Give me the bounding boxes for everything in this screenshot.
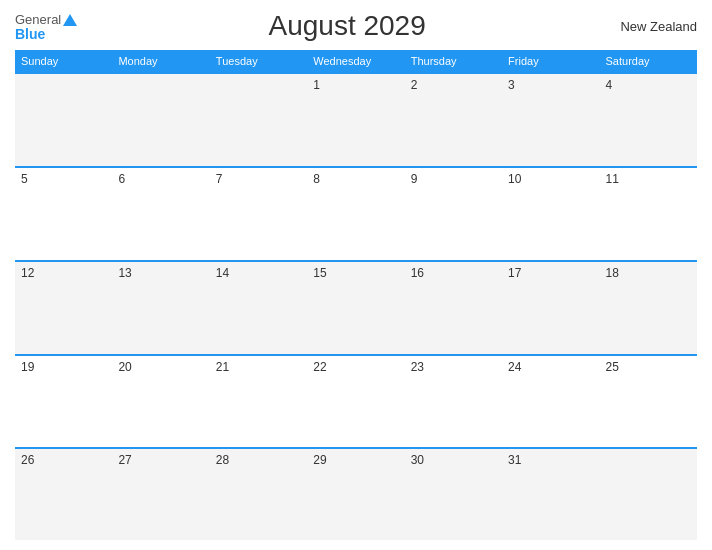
calendar-week-row: 262728293031 xyxy=(15,448,697,540)
day-number: 7 xyxy=(216,172,223,186)
calendar-day-25: 25 xyxy=(600,355,697,449)
calendar-day-29: 29 xyxy=(307,448,404,540)
calendar-day-19: 19 xyxy=(15,355,112,449)
day-number: 14 xyxy=(216,266,229,280)
day-number: 30 xyxy=(411,453,424,467)
day-header-monday: Monday xyxy=(112,50,209,73)
calendar-day-10: 10 xyxy=(502,167,599,261)
day-number: 6 xyxy=(118,172,125,186)
day-number: 23 xyxy=(411,360,424,374)
day-number: 3 xyxy=(508,78,515,92)
calendar-day-7: 7 xyxy=(210,167,307,261)
calendar-week-row: 1234 xyxy=(15,73,697,167)
day-header-sunday: Sunday xyxy=(15,50,112,73)
logo: General Blue xyxy=(15,11,77,41)
day-header-thursday: Thursday xyxy=(405,50,502,73)
calendar-day-15: 15 xyxy=(307,261,404,355)
day-header-friday: Friday xyxy=(502,50,599,73)
calendar-day-9: 9 xyxy=(405,167,502,261)
calendar-empty-cell xyxy=(600,448,697,540)
day-number: 27 xyxy=(118,453,131,467)
calendar-day-16: 16 xyxy=(405,261,502,355)
day-number: 29 xyxy=(313,453,326,467)
day-number: 10 xyxy=(508,172,521,186)
day-header-saturday: Saturday xyxy=(600,50,697,73)
calendar-header: General Blue August 2029 New Zealand xyxy=(15,10,697,42)
calendar-week-row: 567891011 xyxy=(15,167,697,261)
logo-triangle-icon xyxy=(63,14,77,26)
calendar-week-row: 19202122232425 xyxy=(15,355,697,449)
calendar-day-24: 24 xyxy=(502,355,599,449)
day-number: 26 xyxy=(21,453,34,467)
calendar-week-row: 12131415161718 xyxy=(15,261,697,355)
calendar-day-3: 3 xyxy=(502,73,599,167)
calendar-day-4: 4 xyxy=(600,73,697,167)
calendar-day-6: 6 xyxy=(112,167,209,261)
day-number: 9 xyxy=(411,172,418,186)
logo-blue-text: Blue xyxy=(15,27,77,41)
calendar-day-31: 31 xyxy=(502,448,599,540)
day-header-row: SundayMondayTuesdayWednesdayThursdayFrid… xyxy=(15,50,697,73)
calendar-day-11: 11 xyxy=(600,167,697,261)
calendar-day-21: 21 xyxy=(210,355,307,449)
day-number: 16 xyxy=(411,266,424,280)
calendar-title: August 2029 xyxy=(77,10,617,42)
calendar-day-12: 12 xyxy=(15,261,112,355)
logo-general-text: General xyxy=(15,11,77,27)
calendar-table: SundayMondayTuesdayWednesdayThursdayFrid… xyxy=(15,50,697,540)
day-number: 11 xyxy=(606,172,619,186)
day-number: 2 xyxy=(411,78,418,92)
calendar-day-14: 14 xyxy=(210,261,307,355)
day-number: 24 xyxy=(508,360,521,374)
day-number: 4 xyxy=(606,78,613,92)
day-number: 20 xyxy=(118,360,131,374)
day-header-tuesday: Tuesday xyxy=(210,50,307,73)
calendar-empty-cell xyxy=(210,73,307,167)
day-number: 15 xyxy=(313,266,326,280)
country-label: New Zealand xyxy=(617,19,697,34)
calendar-day-20: 20 xyxy=(112,355,209,449)
calendar-day-30: 30 xyxy=(405,448,502,540)
day-number: 12 xyxy=(21,266,34,280)
calendar-day-28: 28 xyxy=(210,448,307,540)
day-number: 18 xyxy=(606,266,619,280)
day-number: 31 xyxy=(508,453,521,467)
day-number: 25 xyxy=(606,360,619,374)
day-number: 22 xyxy=(313,360,326,374)
calendar-empty-cell xyxy=(112,73,209,167)
day-number: 28 xyxy=(216,453,229,467)
calendar-day-27: 27 xyxy=(112,448,209,540)
day-header-wednesday: Wednesday xyxy=(307,50,404,73)
calendar-empty-cell xyxy=(15,73,112,167)
calendar-day-13: 13 xyxy=(112,261,209,355)
day-number: 13 xyxy=(118,266,131,280)
calendar-day-8: 8 xyxy=(307,167,404,261)
calendar-day-1: 1 xyxy=(307,73,404,167)
day-number: 5 xyxy=(21,172,28,186)
calendar-day-22: 22 xyxy=(307,355,404,449)
calendar-day-23: 23 xyxy=(405,355,502,449)
day-number: 21 xyxy=(216,360,229,374)
calendar-day-26: 26 xyxy=(15,448,112,540)
calendar-day-5: 5 xyxy=(15,167,112,261)
day-number: 19 xyxy=(21,360,34,374)
day-number: 8 xyxy=(313,172,320,186)
day-number: 17 xyxy=(508,266,521,280)
day-number: 1 xyxy=(313,78,320,92)
calendar-day-17: 17 xyxy=(502,261,599,355)
calendar-day-18: 18 xyxy=(600,261,697,355)
calendar-day-2: 2 xyxy=(405,73,502,167)
